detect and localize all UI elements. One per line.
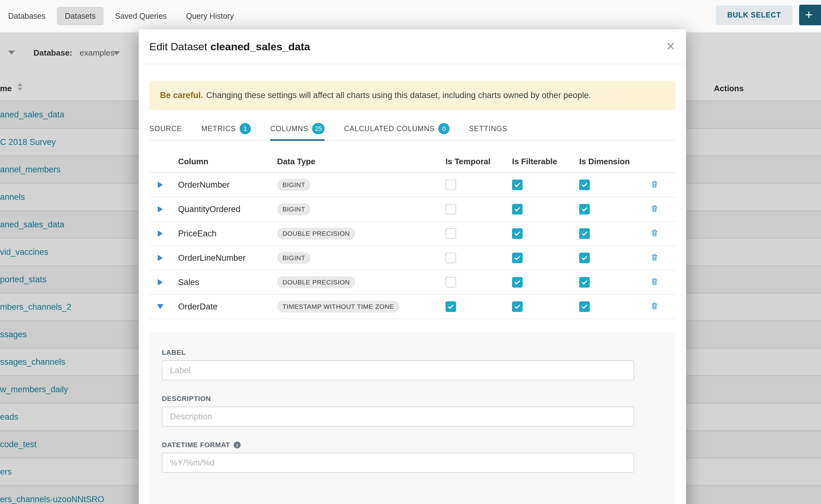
is-temporal-checkbox[interactable] <box>446 277 456 288</box>
columns-table: Column Data Type Is Temporal Is Filterab… <box>149 151 675 319</box>
is-filterable-checkbox[interactable] <box>512 228 523 239</box>
bulk-select-button[interactable]: BULK SELECT <box>716 5 792 25</box>
column-row: OrderLineNumber BIGINT <box>149 246 675 270</box>
column-name: OrderNumber <box>171 180 274 190</box>
is-filterable-checkbox[interactable] <box>512 277 523 288</box>
modal-header: Edit Datasetcleaned_sales_data ✕ <box>139 29 686 64</box>
data-type-pill: BIGINT <box>277 252 310 264</box>
add-dataset-button[interactable]: + <box>799 5 821 25</box>
is-dimension-checkbox[interactable] <box>579 180 590 190</box>
expand-toggle[interactable] <box>149 279 171 285</box>
nav-tab-saved-queries[interactable]: Saved Queries <box>107 7 175 25</box>
columns-table-header-row: Column Data Type Is Temporal Is Filterab… <box>149 151 675 173</box>
is-filterable-checkbox[interactable] <box>512 301 523 312</box>
is-filterable-checkbox[interactable] <box>512 253 523 263</box>
delete-column-icon[interactable] <box>650 253 659 262</box>
is-dimension-checkbox[interactable] <box>579 228 590 239</box>
column-name: QuantityOrdered <box>171 205 274 214</box>
modal-title-dataset: cleaned_sales_data <box>210 41 310 52</box>
tab-source[interactable]: SOURCE <box>149 117 182 140</box>
column-row: Sales DOUBLE PRECISION <box>149 270 675 295</box>
datetime-format-field-group: DATETIME FORMAT i <box>162 441 663 473</box>
caret-icon <box>158 255 163 261</box>
is-temporal-checkbox[interactable] <box>446 180 456 190</box>
nav-tab-query-history[interactable]: Query History <box>178 7 242 25</box>
expand-toggle[interactable] <box>149 182 171 188</box>
column-row: PriceEach DOUBLE PRECISION <box>149 222 675 246</box>
delete-column-icon[interactable] <box>650 277 659 286</box>
close-icon[interactable]: ✕ <box>666 41 675 52</box>
expand-toggle[interactable] <box>149 206 171 212</box>
delete-column-icon[interactable] <box>650 302 659 310</box>
nav-tab-list: DatabasesDatasetsSaved QueriesQuery Hist… <box>0 7 245 25</box>
header-is-dimension: Is Dimension <box>578 157 645 166</box>
header-is-filterable: Is Filterable <box>511 157 578 166</box>
column-row: QuantityOrdered BIGINT <box>149 197 675 222</box>
column-name: OrderDate <box>171 302 274 312</box>
is-filterable-checkbox[interactable] <box>512 204 523 215</box>
is-temporal-checkbox[interactable] <box>446 253 456 263</box>
tab-settings[interactable]: SETTINGS <box>469 117 507 140</box>
data-type-pill: BIGINT <box>277 179 310 191</box>
expand-toggle[interactable] <box>149 255 171 261</box>
tab-label: SETTINGS <box>469 125 507 133</box>
data-type-pill: DOUBLE PRECISION <box>277 228 355 240</box>
column-name: Sales <box>171 278 274 287</box>
header-column: Column <box>171 157 274 166</box>
edit-dataset-modal: Edit Datasetcleaned_sales_data ✕ Be care… <box>139 29 686 504</box>
column-name: OrderLineNumber <box>171 253 274 263</box>
modal-body: Be careful. Changing these settings will… <box>139 81 686 504</box>
header-is-temporal: Is Temporal <box>445 157 511 166</box>
description-field-group: DESCRIPTION <box>162 395 663 427</box>
is-dimension-checkbox[interactable] <box>579 204 590 215</box>
tab-label: CALCULATED COLUMNS <box>344 125 435 133</box>
column-row: OrderNumber BIGINT <box>149 173 675 197</box>
is-dimension-checkbox[interactable] <box>579 301 590 312</box>
modal-title: Edit Datasetcleaned_sales_data <box>149 41 310 53</box>
expand-toggle[interactable] <box>149 304 171 309</box>
tab-bar: SOURCE METRICS 1 COLUMNS 25 CALCULATED C… <box>149 117 675 141</box>
data-type-pill: DOUBLE PRECISION <box>277 276 355 288</box>
top-nav: DatabasesDatasetsSaved QueriesQuery Hist… <box>0 0 821 32</box>
expand-toggle[interactable] <box>149 230 171 237</box>
delete-column-icon[interactable] <box>650 229 659 237</box>
tab-metrics[interactable]: METRICS 1 <box>201 117 251 140</box>
caret-icon <box>158 279 163 285</box>
warning-text: Changing these settings will affect all … <box>206 91 591 100</box>
modal-title-prefix: Edit Dataset <box>149 41 207 52</box>
label-field-group: LABEL <box>162 348 663 380</box>
data-type-pill: BIGINT <box>277 203 310 215</box>
label-input[interactable] <box>162 360 634 380</box>
caret-icon <box>158 230 163 237</box>
is-dimension-checkbox[interactable] <box>579 253 590 263</box>
is-dimension-checkbox[interactable] <box>579 277 590 288</box>
tab-columns[interactable]: COLUMNS 25 <box>270 117 324 140</box>
tab-badge: 0 <box>438 123 450 134</box>
tab-badge: 25 <box>312 123 324 134</box>
warning-lead: Be careful. <box>160 91 206 100</box>
delete-column-icon[interactable] <box>650 204 659 213</box>
column-row: OrderDate TIMESTAMP WITHOUT TIME ZONE <box>149 295 675 319</box>
delete-column-icon[interactable] <box>650 180 659 189</box>
column-detail-panel: LABEL DESCRIPTION DATETIME FORMAT i <box>149 332 675 504</box>
datetime-format-input[interactable] <box>162 453 634 473</box>
tab-label: COLUMNS <box>270 125 308 133</box>
columns-table-rows: OrderNumber BIGINT QuantityOrdered BIGIN… <box>149 173 675 319</box>
description-input[interactable] <box>162 407 634 427</box>
is-temporal-checkbox[interactable] <box>446 301 456 312</box>
header-data-type: Data Type <box>274 157 445 166</box>
tab-label: METRICS <box>201 125 236 133</box>
is-temporal-checkbox[interactable] <box>446 228 456 239</box>
label-field-label: LABEL <box>162 348 663 357</box>
is-temporal-checkbox[interactable] <box>446 204 456 215</box>
plus-icon: + <box>805 7 813 22</box>
warning-banner: Be careful. Changing these settings will… <box>149 81 675 110</box>
caret-icon <box>158 206 163 212</box>
tab-label: SOURCE <box>149 125 182 133</box>
nav-tab-datasets[interactable]: Datasets <box>57 7 104 25</box>
info-icon[interactable]: i <box>234 442 240 448</box>
caret-icon <box>158 182 163 188</box>
is-filterable-checkbox[interactable] <box>512 180 523 190</box>
tab-calculated-columns[interactable]: CALCULATED COLUMNS 0 <box>344 117 450 140</box>
nav-tab-databases[interactable]: Databases <box>0 7 54 25</box>
